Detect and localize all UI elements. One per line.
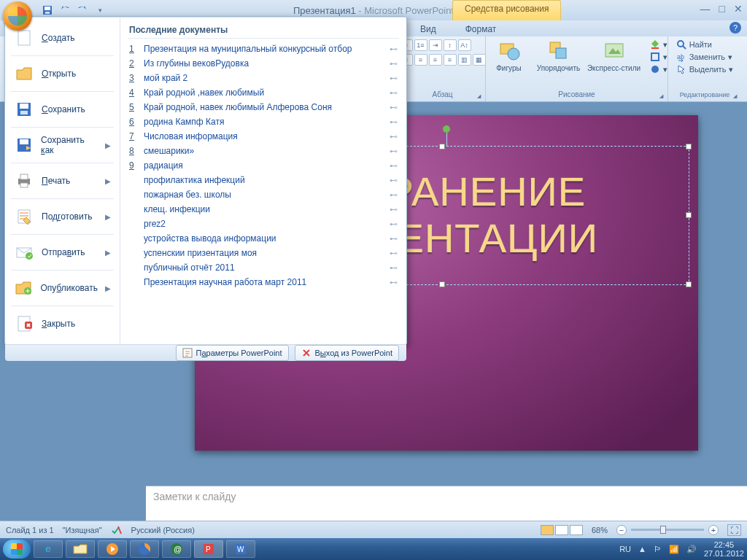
align-center-icon[interactable]: ≡ (414, 54, 427, 66)
convert-smartart-icon[interactable]: ▦ (473, 54, 486, 66)
recent-document[interactable]: 3мой край 2⊷ (128, 71, 399, 85)
task-firefox[interactable] (130, 540, 159, 558)
recent-document[interactable]: клещ. инфекции⊷ (128, 202, 399, 217)
tray-network-icon[interactable]: 📶 (669, 545, 679, 554)
quick-styles-button[interactable]: Экспресс-стили (586, 39, 643, 72)
resize-handle[interactable] (686, 144, 692, 149)
language-indicator[interactable]: Русский (Россия) (131, 526, 195, 534)
tray-volume-icon[interactable]: 🔊 (686, 545, 697, 554)
task-wmp[interactable] (98, 540, 127, 558)
arrange-button[interactable]: Упорядочить (536, 39, 581, 72)
recent-document[interactable]: 7Числовая информация⊷ (128, 129, 399, 144)
recent-document[interactable]: публичный отчёт 2011⊷ (128, 260, 399, 275)
exit-powerpoint-button[interactable]: Выход из PowerPoint (295, 345, 399, 361)
redo-icon[interactable] (76, 4, 89, 17)
resize-handle[interactable] (439, 281, 445, 287)
pin-icon[interactable]: ⊷ (390, 103, 398, 112)
undo-icon[interactable] (58, 4, 71, 17)
menu-save-as[interactable]: Сохранить как▶ (5, 129, 120, 161)
menu-open[interactable]: Открыть (5, 58, 120, 90)
theme-name[interactable]: "Изящная" (63, 526, 102, 534)
tray-security-icon[interactable]: 🏳 (654, 545, 662, 553)
rotation-handle[interactable] (443, 125, 450, 133)
resize-handle[interactable] (686, 212, 692, 218)
help-icon[interactable]: ? (729, 22, 741, 34)
recent-document[interactable]: 5Край родной, навек любимый Алферова Сон… (128, 100, 399, 114)
menu-prepare[interactable]: Подготовить▶ (5, 201, 120, 233)
pin-icon[interactable]: ⊷ (390, 205, 398, 214)
recent-document[interactable]: профилактика инфекций⊷ (128, 173, 399, 187)
align-right-icon[interactable]: ≡ (429, 54, 442, 66)
tray-language[interactable]: RU (619, 545, 631, 553)
recent-document[interactable]: 2Из глубины вековРудовка⊷ (128, 56, 399, 71)
tray-clock[interactable]: 22:4527.01.2012 (704, 540, 744, 558)
close-button[interactable]: ✕ (734, 3, 743, 15)
sorter-view-button[interactable] (555, 525, 568, 535)
recent-document[interactable]: Презентация научная работа март 2011⊷ (128, 275, 399, 289)
powerpoint-options-button[interactable]: Параметры PowerPoint (176, 345, 289, 361)
pin-icon[interactable]: ⊷ (390, 59, 398, 69)
shape-outline-icon[interactable]: ▾ (650, 52, 667, 62)
qat-customize-icon[interactable]: ▾ (93, 4, 107, 17)
maximize-button[interactable]: □ (719, 3, 725, 15)
pin-icon[interactable]: ⊷ (390, 161, 398, 171)
menu-print[interactable]: Печать▶ (5, 165, 120, 197)
recent-document[interactable]: 6родина Кампф Катя⊷ (128, 114, 399, 129)
pin-icon[interactable]: ⊷ (390, 249, 398, 258)
pin-icon[interactable]: ⊷ (390, 147, 398, 156)
pin-icon[interactable]: ⊷ (390, 132, 398, 141)
resize-handle[interactable] (686, 281, 692, 287)
spellcheck-icon[interactable] (111, 525, 123, 535)
pin-icon[interactable]: ⊷ (390, 263, 398, 273)
notes-pane[interactable]: Заметки к слайду (146, 486, 747, 521)
pin-icon[interactable]: ⊷ (390, 44, 398, 54)
recent-document[interactable]: 9радиация⊷ (128, 158, 399, 173)
pin-icon[interactable]: ⊷ (390, 234, 398, 244)
justify-icon[interactable]: ≡ (444, 54, 457, 66)
zoom-slider[interactable]: − + (616, 525, 719, 535)
recent-document[interactable]: 8смешарики»⊷ (128, 144, 399, 158)
zoom-in-button[interactable]: + (708, 525, 719, 535)
zoom-thumb[interactable] (660, 526, 666, 534)
pin-icon[interactable]: ⊷ (390, 117, 398, 127)
text-direction-icon[interactable]: A↕ (458, 39, 471, 51)
shapes-button[interactable]: Фигуры (487, 39, 532, 72)
menu-publish[interactable]: Опубликовать▶ (5, 272, 120, 304)
pin-icon[interactable]: ⊷ (390, 278, 398, 287)
tray-flag-icon[interactable]: ▲ (638, 545, 646, 553)
resize-handle[interactable] (439, 144, 445, 149)
select-button[interactable]: Выделить ▾ (676, 64, 734, 74)
pin-icon[interactable]: ⊷ (390, 219, 398, 229)
recent-document[interactable]: устройства вывода информации⊷ (128, 231, 399, 246)
minimize-button[interactable]: — (700, 3, 711, 15)
zoom-out-button[interactable]: − (616, 525, 627, 535)
replace-button[interactable]: abЗаменить ▾ (676, 52, 734, 62)
start-button[interactable] (3, 540, 31, 559)
zoom-value[interactable]: 68% (592, 526, 608, 534)
pin-icon[interactable]: ⊷ (390, 88, 398, 98)
find-button[interactable]: Найти (676, 39, 734, 50)
pin-icon[interactable]: ⊷ (390, 190, 398, 200)
recent-document[interactable]: 1Презентация на муниципальный конкурсный… (128, 42, 399, 56)
tab-view[interactable]: Вид (409, 22, 448, 36)
menu-save[interactable]: Сохранить (5, 93, 120, 125)
normal-view-button[interactable] (541, 525, 554, 535)
recent-document[interactable]: prez2⊷ (128, 217, 399, 231)
numbering-icon[interactable]: 1≡ (414, 39, 427, 51)
office-button[interactable] (3, 1, 32, 31)
indent-icon[interactable]: ⇥ (429, 39, 442, 51)
recent-document[interactable]: успенскии призентация моя⊷ (128, 246, 399, 260)
task-word[interactable]: W (226, 540, 255, 558)
pin-icon[interactable]: ⊷ (390, 176, 398, 185)
slideshow-view-button[interactable] (570, 525, 583, 535)
menu-send[interactable]: Отправить▶ (5, 236, 120, 268)
recent-document[interactable]: 4Край родной ,навек любимый⊷ (128, 85, 399, 100)
columns-icon[interactable]: ▥ (458, 54, 471, 66)
slide-indicator[interactable]: Слайд 1 из 1 (6, 526, 54, 534)
task-explorer[interactable] (66, 540, 95, 558)
recent-document[interactable]: пожарная без. школы⊷ (128, 187, 399, 202)
save-icon[interactable] (41, 4, 54, 17)
shape-fill-icon[interactable]: ▾ (650, 39, 667, 50)
shape-effects-icon[interactable]: ▾ (650, 64, 667, 74)
menu-close[interactable]: Закрыть (5, 308, 120, 340)
